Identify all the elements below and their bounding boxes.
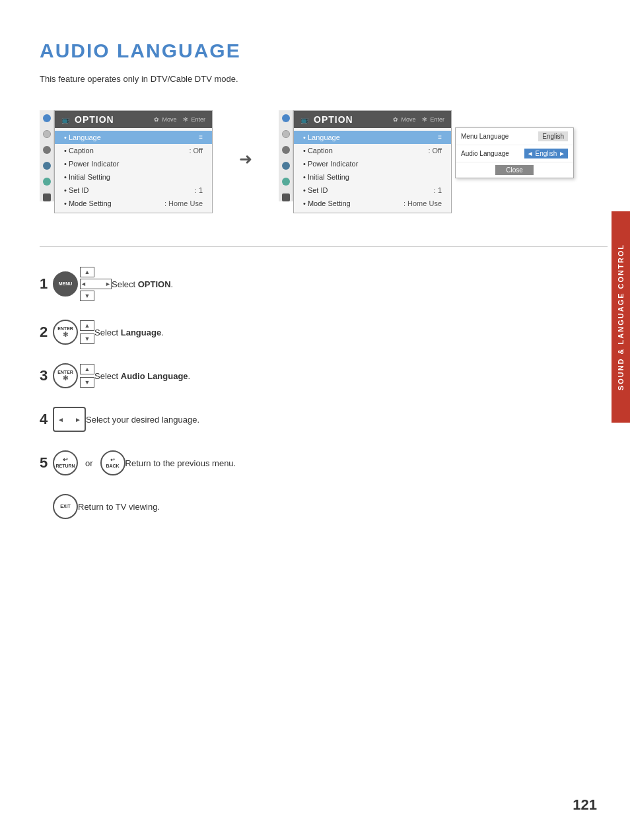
icon-2-6 xyxy=(282,193,290,201)
menu-button[interactable]: MENU xyxy=(53,271,78,297)
menu-item-initial-2: • Initial Setting xyxy=(294,170,451,184)
tv-icon-1: 📺 xyxy=(61,116,69,123)
step-5-or: or xyxy=(85,458,93,468)
item-value-caption-1: : Off xyxy=(189,147,203,155)
option-box-2-wrapper: 📺 OPTION ✿ Move ✻ Enter • Language xyxy=(293,110,452,213)
option-header-left-1: 📺 OPTION xyxy=(61,114,114,125)
highlight-indicator-1: ≡ xyxy=(199,133,203,141)
item-label-initial-2: • Initial Setting xyxy=(303,173,349,181)
return-button[interactable]: ↩ RETURN xyxy=(53,450,78,475)
nav-up-3[interactable]: ▲ xyxy=(80,364,94,374)
option-header-2: 📺 OPTION ✿ Move ✻ Enter xyxy=(294,111,451,128)
step-5-text: Return to the previous menu. xyxy=(125,458,236,468)
option-title-1: OPTION xyxy=(75,114,114,125)
move-label-2: Move xyxy=(401,116,415,123)
enter-button-3[interactable]: ENTER ✻ xyxy=(53,363,78,388)
option-body-2: • Language ≡ • Caption : Off • Power Ind… xyxy=(294,128,451,213)
icon-1 xyxy=(43,114,51,122)
diagram-arrow: ➜ xyxy=(239,150,252,168)
menu-item-caption-2: • Caption : Off xyxy=(294,144,451,157)
menu-item-language-1: • Language ≡ xyxy=(55,131,212,144)
icon-2-5 xyxy=(282,178,290,186)
back-button[interactable]: ↩ BACK xyxy=(100,450,125,475)
diagram-box2: 📺 OPTION ✿ Move ✻ Enter • Language xyxy=(279,110,452,213)
item-value-mode-2: : Home Use xyxy=(403,199,442,207)
nav-down-1[interactable]: ▼ xyxy=(80,291,94,301)
icon-2 xyxy=(43,130,51,138)
back-label: BACK xyxy=(106,464,119,469)
nav-down-2[interactable]: ▼ xyxy=(80,333,94,344)
step-1-buttons: MENU ▲ ◄ ► ▼ xyxy=(53,267,112,301)
popup-label-menu: Menu Language xyxy=(461,133,508,140)
item-value-mode-1: : Home Use xyxy=(164,199,203,207)
option-nav-2: ✿ Move ✻ Enter xyxy=(393,116,444,123)
language-popup: Menu Language English Audio Language ◄ E… xyxy=(455,127,574,178)
exit-buttons: EXIT xyxy=(53,494,78,519)
enter-button-2[interactable]: ENTER ✻ xyxy=(53,320,78,345)
step-3-text: Select Audio Language. xyxy=(94,371,190,381)
move-icon-1: ✿ xyxy=(154,116,159,123)
step-4-buttons: ◄ ► xyxy=(53,407,86,432)
step-4-row: 4 ◄ ► Select your desired language. xyxy=(40,407,608,432)
icon-6 xyxy=(43,193,51,201)
icon-5 xyxy=(43,178,51,186)
popup-value-menu: English xyxy=(538,131,568,141)
step-3-row: 3 ENTER ✻ ▲ ▼ Select Audio Language. xyxy=(40,363,608,388)
option-nav-1: ✿ Move ✻ Enter xyxy=(154,116,205,123)
icon-2-1 xyxy=(282,114,290,122)
enter-star-2: ✻ xyxy=(63,331,68,338)
move-label-1: Move xyxy=(162,116,176,123)
nav-updown-3: ▲ ▼ xyxy=(80,364,94,388)
step-2-number: 2 xyxy=(40,324,53,341)
nav-updown-2: ▲ ▼ xyxy=(80,320,94,344)
step-1-number: 1 xyxy=(40,275,53,293)
popup-close-button[interactable]: Close xyxy=(495,165,534,175)
step-5-number: 5 xyxy=(40,454,53,472)
tv-icon-2: 📺 xyxy=(300,116,308,123)
step-5-row: 5 ↩ RETURN or ↩ BACK Return to the previ… xyxy=(40,450,608,475)
step-3-buttons: ENTER ✻ ▲ ▼ xyxy=(53,363,94,388)
return-label: RETURN xyxy=(55,464,75,469)
exit-button[interactable]: EXIT xyxy=(53,494,78,519)
item-label-language-1: • Language xyxy=(64,133,101,141)
enter-label-2: Enter xyxy=(430,116,444,123)
lr-arrows-button[interactable]: ◄ ► xyxy=(53,407,86,432)
menu-item-power-1: • Power Indicator xyxy=(55,157,212,170)
step-1-row: 1 MENU ▲ ◄ ► ▼ Select OPTION. xyxy=(40,267,608,301)
menu-item-setid-1: • Set ID : 1 xyxy=(55,184,212,197)
menu-item-mode-1: • Mode Setting : Home Use xyxy=(55,197,212,210)
item-label-initial-1: • Initial Setting xyxy=(64,173,110,181)
nav-left-1: ◄ xyxy=(81,281,87,287)
page-title: AUDIO LANGUAGE xyxy=(40,40,608,62)
step-2-buttons: ENTER ✻ ▲ ▼ xyxy=(53,320,94,345)
option-box-2: 📺 OPTION ✿ Move ✻ Enter • Language xyxy=(293,110,452,213)
item-value-caption-2: : Off xyxy=(428,147,442,155)
enter-label-1: Enter xyxy=(191,116,205,123)
nav-up-1[interactable]: ▲ xyxy=(80,267,94,277)
menu-item-power-2: • Power Indicator xyxy=(294,157,451,170)
popup-row-menu-lang: Menu Language English xyxy=(456,128,573,145)
menu-item-language-2: • Language ≡ xyxy=(294,131,451,144)
icon-3 xyxy=(43,146,51,154)
item-label-caption-1: • Caption xyxy=(64,147,94,155)
step-3-number: 3 xyxy=(40,367,53,384)
nav-down-3[interactable]: ▼ xyxy=(80,377,94,388)
nav-up-2[interactable]: ▲ xyxy=(80,320,94,331)
popup-close-row: Close xyxy=(456,162,573,178)
menu-item-initial-1: • Initial Setting xyxy=(55,170,212,184)
item-label-language-2: • Language xyxy=(303,133,340,141)
diagram-box1: 📺 OPTION ✿ Move ✻ Enter • Language ≡ xyxy=(40,110,213,213)
step-1-text: Select OPTION. xyxy=(112,279,173,289)
nav-lr-1[interactable]: ◄ ► xyxy=(80,279,112,289)
side-tab: SOUND & LANGUAGE CONTROL xyxy=(612,211,630,423)
left-arrow-icon: ◄ xyxy=(57,416,64,423)
step-4-number: 4 xyxy=(40,411,53,428)
icon-stripe-2 xyxy=(279,110,293,201)
option-header-1: 📺 OPTION ✿ Move ✻ Enter xyxy=(55,111,212,128)
item-label-setid-1: • Set ID xyxy=(64,186,88,194)
option-title-2: OPTION xyxy=(314,114,353,125)
nav-updown-1: ▲ ◄ ► ▼ xyxy=(80,267,112,301)
step-2-bold: Language xyxy=(121,328,161,337)
icon-2-2 xyxy=(282,130,290,138)
option-body-1: • Language ≡ • Caption : Off • Power Ind… xyxy=(55,128,212,213)
